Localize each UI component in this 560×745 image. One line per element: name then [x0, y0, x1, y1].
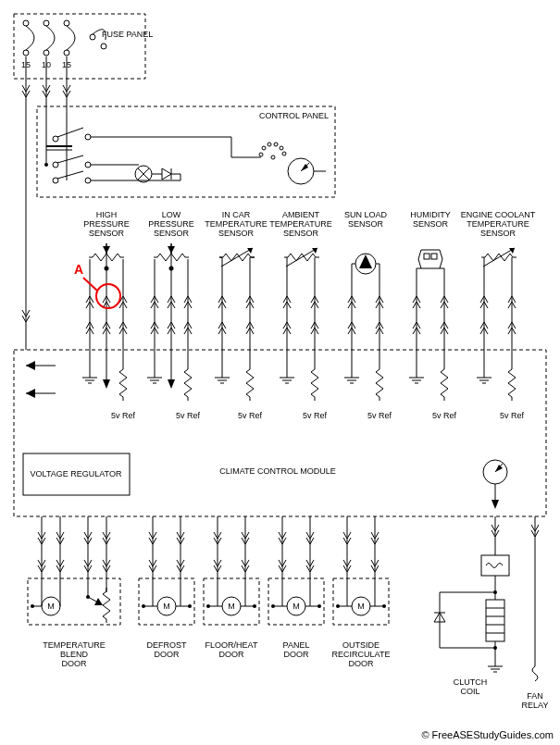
sensor-in	[218, 248, 255, 350]
svg-marker-111	[168, 379, 175, 389]
door-label: DOOR	[284, 650, 310, 659]
sensor-label: SENSOR	[480, 229, 516, 238]
sensor-label: TEMPERATURE	[269, 219, 331, 229]
svg-point-58	[259, 153, 263, 156]
sensor-lp	[151, 243, 192, 350]
clutch-coil-circuit: CLUTCH COIL	[434, 516, 509, 696]
svg-line-39	[57, 155, 83, 163]
fuse-3: 15	[62, 20, 75, 69]
ref-label: 5v Ref	[367, 411, 392, 420]
door-floor: FLOOR/HEAT DOOR	[204, 516, 259, 659]
sensor-label: ENGINE COOLANT	[461, 210, 536, 219]
voltage-regulator-label: VOLTAGE REGULATOR	[31, 469, 122, 478]
module-lamp-icon	[483, 460, 507, 509]
sensor-humidity	[413, 250, 448, 350]
svg-marker-87	[359, 255, 372, 268]
svg-marker-103	[26, 389, 35, 398]
svg-marker-101	[26, 361, 35, 370]
svg-line-33	[57, 128, 83, 137]
door-label: OUTSIDE	[342, 640, 380, 650]
svg-line-43	[57, 171, 83, 179]
diagram-canvas: M FUSE PANEL 15	[0, 0, 560, 745]
svg-point-53	[282, 152, 286, 155]
door-label: RECIRCULATE	[332, 650, 391, 659]
sensor-label: IN CAR	[222, 210, 251, 219]
sensor-label: SENSOR	[348, 219, 384, 229]
svg-rect-186	[481, 555, 509, 576]
sensor-label: PRESSURE	[148, 219, 194, 229]
clutch-coil-label: COIL	[460, 687, 479, 696]
svg-point-55	[274, 143, 278, 146]
fan-relay-circuit: FAN RELAY	[522, 516, 549, 710]
fuse-2: 10	[42, 20, 55, 69]
svg-point-57	[262, 146, 266, 150]
door-actuators: TEMPERATURE BLEND DOOR DEFROST DOOR	[28, 516, 390, 668]
svg-point-24	[101, 43, 106, 49]
door-label: DOOR	[155, 650, 180, 659]
svg-rect-91	[424, 254, 429, 259]
sensor-label: SENSOR	[89, 229, 125, 238]
svg-point-45	[44, 163, 48, 167]
sensor-row: HIGH PRESSURE SENSOR LOW PRESSURE SENSOR…	[83, 210, 536, 350]
control-panel: CONTROL PANEL	[37, 97, 335, 197]
door-label: TEMPERATURE	[43, 640, 105, 650]
lamp-icon	[135, 166, 152, 182]
door-label: FLOOR/HEAT	[205, 640, 258, 650]
marker-a-label: A	[74, 262, 83, 277]
svg-point-19	[44, 50, 49, 56]
indicator-lamp-icon	[288, 158, 314, 184]
svg-point-70	[105, 267, 109, 271]
climate-module-label: CLIMATE CONTROL MODULE	[219, 466, 336, 476]
watermark: © FreeASEStudyGuides.com	[421, 729, 554, 740]
svg-rect-92	[431, 254, 437, 259]
sensor-label: SENSOR	[154, 229, 190, 238]
svg-point-134	[31, 604, 34, 608]
svg-marker-127	[492, 500, 499, 509]
fan-relay-label: RELAY	[522, 701, 549, 710]
svg-point-52	[271, 155, 275, 159]
svg-point-32	[85, 134, 91, 140]
svg-point-42	[85, 178, 91, 183]
door-label: DOOR	[219, 650, 245, 659]
svg-point-21	[64, 50, 69, 56]
fuse-panel: FUSE PANEL 15 10 15	[14, 14, 153, 97]
ref-label: 5v Ref	[111, 411, 136, 420]
door-label: DEFROST	[146, 640, 187, 650]
svg-point-56	[268, 143, 271, 146]
door-label: PANEL	[283, 640, 310, 650]
svg-point-22	[64, 20, 69, 26]
svg-point-23	[90, 34, 95, 40]
sensor-label: SENSOR	[283, 229, 319, 238]
sensor-label: AMBIENT	[282, 210, 320, 219]
sensor-label: LOW	[162, 210, 181, 219]
sensor-label: SENSOR	[218, 229, 255, 238]
svg-point-38	[85, 162, 91, 168]
fan-relay-label: FAN	[527, 691, 543, 701]
ref-label: 5v Ref	[176, 411, 201, 420]
svg-marker-125	[495, 465, 503, 472]
ref-label: 5v Ref	[500, 411, 525, 420]
sensor-label: TEMPERATURE	[467, 219, 529, 229]
door-blend: TEMPERATURE BLEND DOOR	[28, 516, 120, 668]
door-defrost: DEFROST DOOR	[139, 516, 194, 659]
sensor-label: HIGH	[96, 210, 118, 219]
svg-rect-99	[14, 350, 546, 516]
control-panel-title: CONTROL PANEL	[259, 111, 329, 120]
sensor-label: PRESSURE	[83, 219, 130, 229]
ref-label: 5v Ref	[238, 411, 263, 420]
svg-point-75	[169, 267, 174, 271]
svg-marker-107	[103, 379, 110, 389]
svg-point-54	[280, 146, 283, 150]
sensor-sunload	[348, 254, 383, 350]
sensor-amb	[283, 248, 319, 350]
door-label: DOOR	[62, 659, 88, 668]
ref-label: 5v Ref	[432, 411, 457, 420]
sensor-label: SENSOR	[413, 219, 449, 229]
sensor-label: HUMIDITY	[410, 210, 451, 219]
svg-point-20	[44, 20, 49, 26]
svg-point-17	[23, 50, 29, 56]
door-panel: PANEL DOOR	[268, 516, 324, 659]
marker-a: A	[74, 262, 120, 308]
fuse-1: 15	[21, 20, 34, 69]
ref-label: 5v Ref	[303, 411, 328, 420]
